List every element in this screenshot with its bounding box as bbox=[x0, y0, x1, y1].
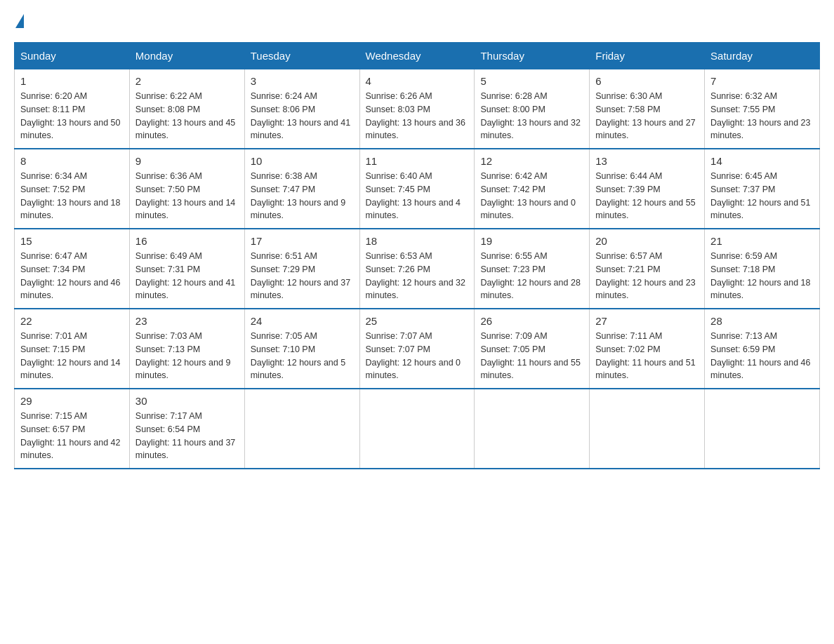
calendar-week-row: 22 Sunrise: 7:01 AM Sunset: 7:15 PM Dayl… bbox=[15, 309, 820, 389]
logo-triangle-icon bbox=[15, 14, 24, 28]
calendar-table: SundayMondayTuesdayWednesdayThursdayFrid… bbox=[14, 42, 820, 469]
day-of-week-header: Tuesday bbox=[244, 43, 359, 69]
day-number: 24 bbox=[251, 315, 354, 327]
day-info: Sunrise: 6:26 AM Sunset: 8:03 PM Dayligh… bbox=[366, 90, 469, 142]
calendar-cell: 4 Sunrise: 6:26 AM Sunset: 8:03 PM Dayli… bbox=[359, 69, 475, 149]
day-number: 19 bbox=[480, 235, 583, 247]
day-number: 5 bbox=[480, 75, 583, 87]
day-number: 27 bbox=[595, 315, 699, 327]
calendar-week-row: 15 Sunrise: 6:47 AM Sunset: 7:34 PM Dayl… bbox=[15, 229, 820, 309]
day-info: Sunrise: 6:24 AM Sunset: 8:06 PM Dayligh… bbox=[251, 90, 354, 142]
calendar-cell: 21 Sunrise: 6:59 AM Sunset: 7:18 PM Dayl… bbox=[705, 229, 820, 309]
day-info: Sunrise: 6:57 AM Sunset: 7:21 PM Dayligh… bbox=[595, 250, 699, 302]
calendar-cell: 6 Sunrise: 6:30 AM Sunset: 7:58 PM Dayli… bbox=[590, 69, 705, 149]
calendar-cell: 1 Sunrise: 6:20 AM Sunset: 8:11 PM Dayli… bbox=[15, 69, 130, 149]
day-info: Sunrise: 6:38 AM Sunset: 7:47 PM Dayligh… bbox=[251, 170, 354, 222]
day-number: 9 bbox=[135, 155, 239, 167]
calendar-cell: 14 Sunrise: 6:45 AM Sunset: 7:37 PM Dayl… bbox=[705, 149, 820, 229]
day-of-week-header: Sunday bbox=[15, 43, 130, 69]
day-info: Sunrise: 6:42 AM Sunset: 7:42 PM Dayligh… bbox=[480, 170, 583, 222]
day-info: Sunrise: 7:01 AM Sunset: 7:15 PM Dayligh… bbox=[20, 330, 124, 382]
calendar-cell: 28 Sunrise: 7:13 AM Sunset: 6:59 PM Dayl… bbox=[705, 309, 820, 389]
calendar-cell: 29 Sunrise: 7:15 AM Sunset: 6:57 PM Dayl… bbox=[15, 389, 130, 469]
day-number: 11 bbox=[366, 155, 469, 167]
day-info: Sunrise: 6:22 AM Sunset: 8:08 PM Dayligh… bbox=[135, 90, 239, 142]
logo bbox=[14, 14, 24, 28]
calendar-cell: 12 Sunrise: 6:42 AM Sunset: 7:42 PM Dayl… bbox=[475, 149, 590, 229]
calendar-cell: 19 Sunrise: 6:55 AM Sunset: 7:23 PM Dayl… bbox=[475, 229, 590, 309]
day-number: 17 bbox=[251, 235, 354, 247]
day-info: Sunrise: 6:36 AM Sunset: 7:50 PM Dayligh… bbox=[135, 170, 239, 222]
calendar-cell: 25 Sunrise: 7:07 AM Sunset: 7:07 PM Dayl… bbox=[359, 309, 475, 389]
calendar-cell: 2 Sunrise: 6:22 AM Sunset: 8:08 PM Dayli… bbox=[129, 69, 244, 149]
day-info: Sunrise: 6:34 AM Sunset: 7:52 PM Dayligh… bbox=[20, 170, 124, 222]
calendar-cell: 13 Sunrise: 6:44 AM Sunset: 7:39 PM Dayl… bbox=[590, 149, 705, 229]
day-number: 8 bbox=[20, 155, 124, 167]
calendar-cell: 8 Sunrise: 6:34 AM Sunset: 7:52 PM Dayli… bbox=[15, 149, 130, 229]
day-number: 15 bbox=[20, 235, 124, 247]
day-info: Sunrise: 6:30 AM Sunset: 7:58 PM Dayligh… bbox=[595, 90, 699, 142]
day-info: Sunrise: 7:17 AM Sunset: 6:54 PM Dayligh… bbox=[135, 410, 239, 462]
day-number: 20 bbox=[595, 235, 699, 247]
day-number: 29 bbox=[20, 395, 124, 407]
day-info: Sunrise: 6:59 AM Sunset: 7:18 PM Dayligh… bbox=[710, 250, 814, 302]
calendar-cell bbox=[475, 389, 590, 469]
day-number: 30 bbox=[135, 395, 239, 407]
calendar-header-row: SundayMondayTuesdayWednesdayThursdayFrid… bbox=[15, 43, 820, 69]
calendar-cell: 22 Sunrise: 7:01 AM Sunset: 7:15 PM Dayl… bbox=[15, 309, 130, 389]
calendar-cell: 11 Sunrise: 6:40 AM Sunset: 7:45 PM Dayl… bbox=[359, 149, 475, 229]
page-header bbox=[14, 14, 820, 28]
day-number: 12 bbox=[480, 155, 583, 167]
day-info: Sunrise: 6:32 AM Sunset: 7:55 PM Dayligh… bbox=[710, 90, 814, 142]
calendar-cell: 3 Sunrise: 6:24 AM Sunset: 8:06 PM Dayli… bbox=[244, 69, 359, 149]
calendar-cell: 26 Sunrise: 7:09 AM Sunset: 7:05 PM Dayl… bbox=[475, 309, 590, 389]
calendar-cell: 23 Sunrise: 7:03 AM Sunset: 7:13 PM Dayl… bbox=[129, 309, 244, 389]
day-number: 25 bbox=[366, 315, 469, 327]
calendar-cell bbox=[359, 389, 475, 469]
calendar-cell: 9 Sunrise: 6:36 AM Sunset: 7:50 PM Dayli… bbox=[129, 149, 244, 229]
day-info: Sunrise: 7:13 AM Sunset: 6:59 PM Dayligh… bbox=[710, 330, 814, 382]
day-info: Sunrise: 6:47 AM Sunset: 7:34 PM Dayligh… bbox=[20, 250, 124, 302]
calendar-cell: 10 Sunrise: 6:38 AM Sunset: 7:47 PM Dayl… bbox=[244, 149, 359, 229]
day-number: 6 bbox=[595, 75, 699, 87]
day-info: Sunrise: 7:15 AM Sunset: 6:57 PM Dayligh… bbox=[20, 410, 124, 462]
day-number: 21 bbox=[710, 235, 814, 247]
day-number: 14 bbox=[710, 155, 814, 167]
day-info: Sunrise: 6:51 AM Sunset: 7:29 PM Dayligh… bbox=[251, 250, 354, 302]
day-of-week-header: Monday bbox=[129, 43, 244, 69]
day-info: Sunrise: 7:05 AM Sunset: 7:10 PM Dayligh… bbox=[251, 330, 354, 382]
day-number: 26 bbox=[480, 315, 583, 327]
day-info: Sunrise: 7:09 AM Sunset: 7:05 PM Dayligh… bbox=[480, 330, 583, 382]
day-of-week-header: Friday bbox=[590, 43, 705, 69]
calendar-cell bbox=[590, 389, 705, 469]
calendar-week-row: 1 Sunrise: 6:20 AM Sunset: 8:11 PM Dayli… bbox=[15, 69, 820, 149]
calendar-cell: 18 Sunrise: 6:53 AM Sunset: 7:26 PM Dayl… bbox=[359, 229, 475, 309]
day-number: 28 bbox=[710, 315, 814, 327]
calendar-cell: 30 Sunrise: 7:17 AM Sunset: 6:54 PM Dayl… bbox=[129, 389, 244, 469]
calendar-cell: 7 Sunrise: 6:32 AM Sunset: 7:55 PM Dayli… bbox=[705, 69, 820, 149]
day-info: Sunrise: 6:45 AM Sunset: 7:37 PM Dayligh… bbox=[710, 170, 814, 222]
calendar-cell: 24 Sunrise: 7:05 AM Sunset: 7:10 PM Dayl… bbox=[244, 309, 359, 389]
day-number: 4 bbox=[366, 75, 469, 87]
calendar-cell bbox=[244, 389, 359, 469]
day-info: Sunrise: 6:53 AM Sunset: 7:26 PM Dayligh… bbox=[366, 250, 469, 302]
day-number: 1 bbox=[20, 75, 124, 87]
day-number: 7 bbox=[710, 75, 814, 87]
day-info: Sunrise: 6:40 AM Sunset: 7:45 PM Dayligh… bbox=[366, 170, 469, 222]
day-info: Sunrise: 6:28 AM Sunset: 8:00 PM Dayligh… bbox=[480, 90, 583, 142]
day-info: Sunrise: 7:11 AM Sunset: 7:02 PM Dayligh… bbox=[595, 330, 699, 382]
calendar-cell: 20 Sunrise: 6:57 AM Sunset: 7:21 PM Dayl… bbox=[590, 229, 705, 309]
calendar-cell: 27 Sunrise: 7:11 AM Sunset: 7:02 PM Dayl… bbox=[590, 309, 705, 389]
day-info: Sunrise: 7:07 AM Sunset: 7:07 PM Dayligh… bbox=[366, 330, 469, 382]
day-number: 23 bbox=[135, 315, 239, 327]
day-of-week-header: Saturday bbox=[705, 43, 820, 69]
day-number: 22 bbox=[20, 315, 124, 327]
day-info: Sunrise: 6:44 AM Sunset: 7:39 PM Dayligh… bbox=[595, 170, 699, 222]
day-number: 10 bbox=[251, 155, 354, 167]
day-number: 18 bbox=[366, 235, 469, 247]
day-of-week-header: Wednesday bbox=[359, 43, 475, 69]
calendar-cell: 16 Sunrise: 6:49 AM Sunset: 7:31 PM Dayl… bbox=[129, 229, 244, 309]
day-info: Sunrise: 7:03 AM Sunset: 7:13 PM Dayligh… bbox=[135, 330, 239, 382]
calendar-week-row: 8 Sunrise: 6:34 AM Sunset: 7:52 PM Dayli… bbox=[15, 149, 820, 229]
calendar-cell: 17 Sunrise: 6:51 AM Sunset: 7:29 PM Dayl… bbox=[244, 229, 359, 309]
